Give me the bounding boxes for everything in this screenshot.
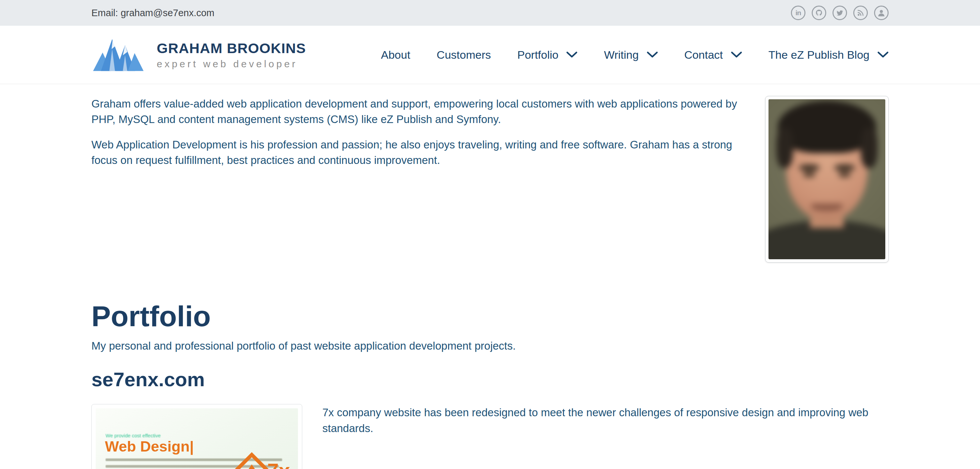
7x-logo-icon: 7x [230, 447, 296, 469]
top-bar: Email: graham@se7enx.com in [0, 0, 980, 26]
nav-item-contact[interactable]: Contact [684, 48, 742, 61]
intro-section: Graham offers value-added web applicatio… [91, 96, 889, 281]
chevron-down-icon [647, 51, 658, 58]
nav-item-ez-publish-blog[interactable]: The eZ Publish Blog [768, 48, 889, 61]
nav-item-writing[interactable]: Writing [604, 48, 658, 61]
main-nav: About Customers Portfolio Writing Contac… [381, 48, 889, 61]
brand-tagline: expert web developer [157, 58, 306, 70]
svg-text:7x: 7x [267, 459, 290, 469]
thumb-headline-text: Web Design| [105, 438, 194, 455]
intro-paragraph-1: Graham offers value-added web applicatio… [91, 96, 745, 127]
project-thumbnail-link[interactable]: We provide cost effective Web Design| Br… [91, 404, 302, 469]
project-description: 7x company website has been redesigned t… [322, 404, 889, 436]
twitter-icon[interactable] [832, 6, 847, 20]
email-text: Email: graham@se7enx.com [91, 8, 215, 19]
profile-photo [765, 96, 889, 262]
brand-logo-link[interactable]: GRAHAM BROOKINS expert web developer [91, 36, 306, 73]
linkedin-icon[interactable]: in [791, 6, 805, 20]
nav-item-portfolio[interactable]: Portfolio [517, 48, 578, 61]
mountain-logo-icon [91, 36, 148, 73]
nav-item-about[interactable]: About [381, 48, 410, 61]
project-screenshot: We provide cost effective Web Design| Br… [96, 408, 298, 469]
github-icon[interactable] [812, 6, 826, 20]
chevron-down-icon [877, 51, 889, 58]
project-title-se7enx: se7enx.com [91, 368, 889, 391]
nav-item-customers[interactable]: Customers [436, 48, 491, 61]
social-links: in [791, 6, 889, 20]
profile-icon[interactable] [874, 6, 889, 20]
chevron-down-icon [566, 51, 578, 58]
intro-paragraph-2: Web Application Development is his profe… [91, 137, 745, 168]
brand-name: GRAHAM BROOKINS [157, 40, 306, 56]
chevron-down-icon [731, 51, 742, 58]
project-row: We provide cost effective Web Design| Br… [91, 404, 889, 469]
portfolio-subtitle: My personal and professional portfolio o… [91, 340, 889, 352]
portfolio-section: Portfolio My personal and professional p… [91, 300, 889, 469]
site-header: GRAHAM BROOKINS expert web developer Abo… [0, 26, 980, 84]
page-title: Portfolio [91, 300, 889, 332]
rss-icon[interactable] [853, 6, 868, 20]
thumb-tagline-text: We provide cost effective [106, 433, 161, 438]
